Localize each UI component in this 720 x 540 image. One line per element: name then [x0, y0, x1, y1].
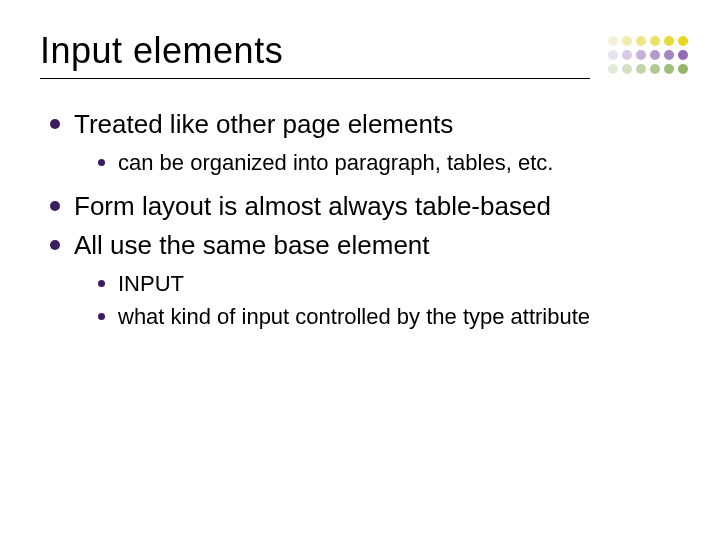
decor-dot [664, 64, 674, 74]
decor-dot [664, 36, 674, 46]
decor-dot [622, 64, 632, 74]
decor-dot [650, 36, 660, 46]
decor-dot [650, 64, 660, 74]
decorative-dot-grid [608, 36, 690, 76]
title-underline: Input elements [40, 30, 590, 79]
bullet-item: All use the same base elementINPUTwhat k… [46, 228, 680, 333]
slide-title: Input elements [40, 30, 590, 72]
bullet-text: All use the same base element [74, 230, 430, 260]
slide: Input elements Treated like other page e… [0, 0, 720, 540]
bullet-text: Form layout is almost always table-based [74, 191, 551, 221]
bullet-item: Treated like other page elementscan be o… [46, 107, 680, 179]
bullet-item: Form layout is almost always table-based [46, 189, 680, 224]
bullet-list: Treated like other page elementscan be o… [46, 107, 680, 333]
sub-bullet-text: can be organized into paragraph, tables,… [118, 150, 553, 175]
decor-dot [678, 50, 688, 60]
decor-dot [622, 36, 632, 46]
decor-dot [636, 64, 646, 74]
decor-dot [650, 50, 660, 60]
sub-bullet-list: can be organized into paragraph, tables,… [94, 148, 680, 179]
decor-dot [622, 50, 632, 60]
sub-bullet-item: can be organized into paragraph, tables,… [94, 148, 680, 179]
bullet-text: Treated like other page elements [74, 109, 453, 139]
sub-bullet-text: what kind of input controlled by the typ… [118, 304, 590, 329]
decor-dot [636, 50, 646, 60]
sub-bullet-item: INPUT [94, 269, 680, 300]
decor-dot [664, 50, 674, 60]
sub-bullet-text: INPUT [118, 271, 184, 296]
decor-dot [608, 50, 618, 60]
decor-dot [608, 36, 618, 46]
decor-dot [636, 36, 646, 46]
decor-dot [678, 36, 688, 46]
decor-dot [608, 64, 618, 74]
decor-dot [678, 64, 688, 74]
sub-bullet-item: what kind of input controlled by the typ… [94, 302, 680, 333]
sub-bullet-list: INPUTwhat kind of input controlled by th… [94, 269, 680, 333]
